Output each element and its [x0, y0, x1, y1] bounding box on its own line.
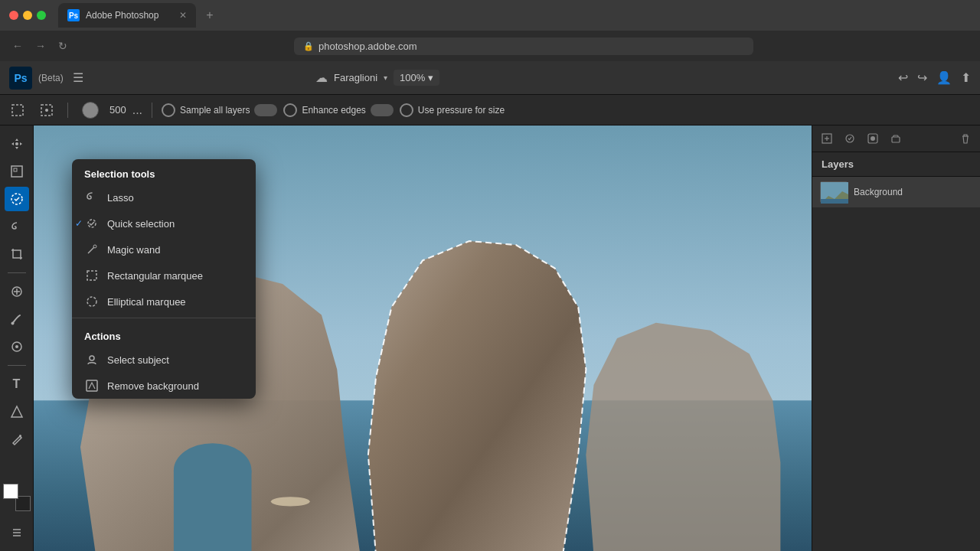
sidebar-tool-pen[interactable]: [5, 427, 29, 452]
layers-panel-title: Layers: [822, 158, 971, 170]
color-swatches[interactable]: [3, 484, 31, 511]
lasso-label: Lasso: [107, 192, 134, 204]
brush-preview: [82, 102, 99, 119]
svg-point-39: [871, 136, 875, 141]
zoom-level: 100%: [400, 72, 425, 83]
svg-point-10: [11, 322, 14, 325]
tool-elliptical-marquee[interactable]: Elliptical marquee: [72, 289, 256, 315]
pressure-toggle-group: Use pressure for size: [400, 103, 505, 117]
quick-selection-checkmark: ✓: [75, 218, 83, 229]
rect-marquee-label: Rectangular marquee: [107, 270, 203, 282]
svg-point-26: [271, 497, 310, 506]
svg-point-29: [93, 245, 96, 248]
tab-bar: Ps Adobe Photoshop ✕ +: [58, 3, 971, 28]
zoom-arrow-icon: ▾: [428, 72, 433, 83]
tool-quick-selection[interactable]: ✓ Quick selection: [72, 210, 256, 236]
ellip-marquee-icon: [84, 294, 100, 309]
add-layer-button[interactable]: [817, 129, 837, 148]
fx-button[interactable]: [840, 129, 860, 148]
share-icon[interactable]: ⬆: [961, 70, 971, 85]
sidebar-tool-brush[interactable]: [5, 307, 29, 331]
sidebar-tool-shape[interactable]: [5, 399, 29, 424]
foreground-swatch[interactable]: [3, 484, 18, 499]
app-header: Ps (Beta) ☰ ☁ Faraglioni ▾ 100% ▾ ↩ ↪ 👤 …: [0, 61, 980, 95]
layer-item-background[interactable]: Background: [812, 177, 980, 207]
address-bar[interactable]: 🔒 photoshop.adobe.com: [294, 37, 753, 55]
canvas-area[interactable]: Selection tools Lasso ✓ Quick selection: [34, 126, 812, 551]
tab-close-icon[interactable]: ✕: [179, 10, 187, 21]
select-subject-label: Select subject: [107, 354, 169, 366]
traffic-lights: [9, 11, 46, 20]
sample-all-label: Sample all layers: [180, 105, 250, 116]
lasso-icon: [84, 190, 100, 205]
redo-icon[interactable]: ↪: [917, 70, 927, 85]
svg-point-32: [90, 356, 94, 360]
svg-point-12: [15, 345, 18, 348]
enhance-edges-icon: [283, 103, 297, 117]
zoom-control[interactable]: 100% ▾: [394, 70, 439, 86]
delete-layer-button[interactable]: [956, 129, 975, 148]
sidebar-tool-move[interactable]: [5, 132, 29, 156]
user-icon[interactable]: 👤: [936, 70, 952, 85]
svg-rect-0: [12, 105, 23, 116]
sidebar-tool-lasso[interactable]: [5, 214, 29, 239]
action-remove-background[interactable]: Remove background: [72, 373, 256, 399]
ellip-marquee-label: Elliptical marquee: [107, 296, 186, 308]
new-tab-button[interactable]: +: [199, 5, 220, 26]
fullscreen-button[interactable]: [37, 11, 46, 20]
group-button[interactable]: [886, 129, 906, 148]
menu-button[interactable]: ☰: [70, 67, 87, 88]
tool-lasso[interactable]: Lasso: [72, 184, 256, 210]
toolbar: 500 ... Sample all layers Enhance edges …: [0, 95, 980, 126]
select-subject-icon: [84, 352, 100, 367]
enhance-edges-toggle-group: Enhance edges: [283, 103, 393, 117]
panel-header: Layers: [812, 152, 980, 177]
close-button[interactable]: [9, 11, 18, 20]
action-select-subject[interactable]: Select subject: [72, 347, 256, 373]
enhance-edges-toggle[interactable]: [371, 104, 394, 116]
sidebar-tool-type[interactable]: T: [5, 372, 29, 396]
refresh-button[interactable]: ↻: [55, 38, 70, 54]
panel-icons-row: [812, 126, 980, 152]
toolbar-separator: [67, 103, 68, 118]
toolbar-separator-2: [152, 103, 152, 118]
brush-preview-btn[interactable]: [77, 99, 103, 121]
tool-magic-wand[interactable]: Magic wand: [72, 236, 256, 262]
selection-mode-btn[interactable]: [6, 101, 29, 119]
sidebar-tool-crop[interactable]: [5, 242, 29, 266]
remove-bg-icon: [84, 378, 100, 393]
sample-all-toggle[interactable]: [254, 104, 277, 116]
sidebar-tool-frame[interactable]: [5, 159, 29, 184]
forward-button[interactable]: →: [32, 38, 49, 54]
ps-logo: Ps: [9, 67, 32, 90]
browser-addressbar: ← → ↻ 🔒 photoshop.adobe.com: [0, 31, 980, 61]
workspace-arrow-icon[interactable]: ▾: [384, 73, 387, 82]
quick-selection-icon: [84, 216, 100, 231]
minimize-button[interactable]: [23, 11, 32, 20]
transform-btn[interactable]: [35, 101, 58, 119]
magic-wand-label: Magic wand: [107, 244, 160, 256]
sample-all-toggle-group: Sample all layers: [162, 103, 277, 117]
sidebar-tool-clone[interactable]: [5, 334, 29, 359]
more-options-button[interactable]: ...: [132, 103, 142, 117]
sidebar-tool-settings[interactable]: [5, 520, 29, 545]
svg-rect-40: [892, 137, 900, 142]
svg-point-2: [45, 109, 48, 112]
back-button[interactable]: ←: [9, 38, 26, 54]
svg-line-28: [88, 247, 94, 253]
svg-point-3: [15, 142, 18, 145]
selection-popup: Selection tools Lasso ✓ Quick selection: [72, 159, 256, 399]
sidebar-tool-heal[interactable]: [5, 279, 29, 304]
browser-chrome: Ps Adobe Photoshop ✕ + ← → ↻ 🔒 photoshop…: [0, 0, 980, 61]
undo-icon[interactable]: ↩: [898, 70, 908, 85]
left-sidebar: T: [0, 126, 34, 551]
browser-tab[interactable]: Ps Adobe Photoshop ✕: [58, 3, 196, 28]
sidebar-tool-selection[interactable]: [5, 187, 29, 211]
tool-rectangular-marquee[interactable]: Rectangular marquee: [72, 262, 256, 289]
app-container: Ps (Beta) ☰ ☁ Faraglioni ▾ 100% ▾ ↩ ↪ 👤 …: [0, 61, 980, 551]
sidebar-divider-1: [8, 272, 26, 273]
mask-button[interactable]: [863, 129, 883, 148]
enhance-edges-label: Enhance edges: [302, 105, 365, 116]
pressure-icon: [400, 103, 413, 117]
layers-panel: Layers Background: [812, 126, 980, 551]
